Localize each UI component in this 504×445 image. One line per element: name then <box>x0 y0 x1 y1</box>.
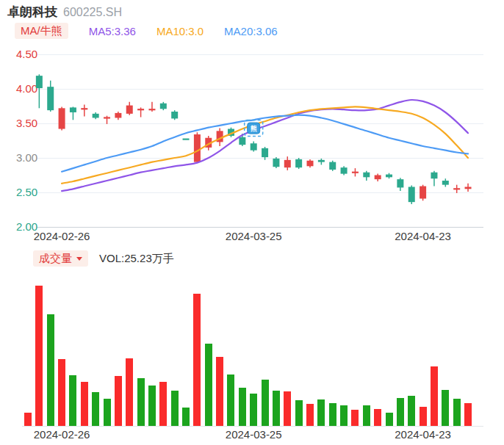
volume-bar[interactable] <box>58 359 65 426</box>
x-axis-tick: 2024-03-25 <box>226 230 282 242</box>
candle[interactable] <box>251 143 257 150</box>
volume-bar[interactable] <box>374 409 381 426</box>
x-axis-tick: 2024-03-25 <box>226 428 282 441</box>
volume-bar[interactable] <box>47 314 54 426</box>
volume-bar[interactable] <box>273 391 280 426</box>
y-axis-tick: 4.00 <box>16 82 37 95</box>
volume-bar[interactable] <box>386 413 393 426</box>
volume-bar[interactable] <box>306 404 314 426</box>
volume-bar[interactable] <box>104 399 111 426</box>
volume-bar[interactable] <box>182 408 190 426</box>
candle[interactable] <box>81 108 87 109</box>
volume-bar[interactable] <box>216 357 223 426</box>
candle[interactable] <box>273 159 279 167</box>
volume-bar[interactable] <box>351 410 359 426</box>
x-axis-tick: 2024-02-26 <box>34 428 90 441</box>
candle[interactable] <box>160 104 167 109</box>
volume-bar[interactable] <box>193 294 201 426</box>
candle[interactable] <box>47 87 54 110</box>
candle[interactable] <box>171 112 178 118</box>
marker-glyph: 熊 <box>251 125 257 132</box>
volume-bar[interactable] <box>35 286 43 426</box>
candle[interactable] <box>431 173 437 178</box>
candle[interactable] <box>262 148 268 157</box>
volume-bar[interactable] <box>81 382 88 426</box>
x-axis-tick: 2024-02-26 <box>34 230 90 242</box>
volume-bar[interactable] <box>262 380 269 426</box>
candle[interactable] <box>36 76 43 88</box>
volume-bar[interactable] <box>250 394 257 426</box>
x-axis-tick: 2024-04-23 <box>395 230 451 242</box>
candle[interactable] <box>93 114 99 118</box>
candle[interactable] <box>239 137 245 145</box>
volume-bar[interactable] <box>284 391 291 426</box>
candle[interactable] <box>318 160 325 162</box>
volume-bar[interactable] <box>115 376 122 426</box>
candle[interactable] <box>126 106 133 114</box>
volume-bar[interactable] <box>148 386 156 426</box>
volume-bar[interactable] <box>171 391 179 426</box>
candle[interactable] <box>59 108 65 129</box>
y-axis-tick: 3.50 <box>16 117 37 129</box>
volume-indicator-selector[interactable]: 成交量 <box>33 250 88 267</box>
volume-chart[interactable]: 2024-02-262024-03-252024-04-23 <box>0 272 504 445</box>
volume-bar[interactable] <box>420 407 427 426</box>
candle[interactable] <box>295 159 302 167</box>
volume-bar[interactable] <box>363 405 370 426</box>
volume-bar[interactable] <box>205 344 212 426</box>
dropdown-arrow-icon <box>76 257 82 261</box>
candle[interactable] <box>408 187 415 202</box>
candle[interactable] <box>420 187 426 199</box>
x-axis-tick: 2024-04-23 <box>395 428 451 441</box>
candle[interactable] <box>397 179 403 187</box>
volume-bar[interactable] <box>295 400 303 426</box>
volume-bar[interactable] <box>397 398 404 426</box>
volume-bar[interactable] <box>69 375 76 426</box>
candle[interactable] <box>115 113 121 118</box>
volume-bar[interactable] <box>92 392 99 426</box>
candle[interactable] <box>341 167 348 173</box>
candle[interactable] <box>307 161 314 167</box>
volume-bar[interactable] <box>227 375 234 426</box>
candle[interactable] <box>375 176 381 180</box>
candle[interactable] <box>352 172 359 173</box>
volume-bar[interactable] <box>24 413 32 426</box>
candle[interactable] <box>104 117 110 118</box>
volume-bar[interactable] <box>431 366 438 426</box>
candle[interactable] <box>137 109 144 110</box>
candle[interactable] <box>363 173 370 178</box>
candle[interactable] <box>329 162 336 170</box>
volume-bar[interactable] <box>340 405 348 426</box>
stock-chart-panel: 卓朗科技 600225.SH MA/牛熊 MA5:3.36 MA10:3.0 M… <box>0 0 504 445</box>
ma5-line <box>62 100 468 191</box>
candle[interactable] <box>70 107 76 112</box>
candle[interactable] <box>465 187 472 189</box>
candle[interactable] <box>194 134 201 162</box>
volume-bar[interactable] <box>126 358 133 426</box>
y-axis-tick: 4.50 <box>16 48 37 60</box>
candle[interactable] <box>442 181 449 185</box>
price-chart[interactable]: 4.504.003.503.002.502.00熊2024-02-262024-… <box>0 0 504 250</box>
volume-bar[interactable] <box>453 399 461 426</box>
volume-bar[interactable] <box>442 390 449 426</box>
candle[interactable] <box>284 160 291 167</box>
volume-bar[interactable] <box>159 382 167 426</box>
volume-bar[interactable] <box>329 403 336 426</box>
volume-value: VOL:25.23万手 <box>99 252 174 266</box>
candles <box>36 74 472 204</box>
volume-bar[interactable] <box>239 388 246 426</box>
candle[interactable] <box>183 139 190 140</box>
candle[interactable] <box>386 175 392 178</box>
volume-bar[interactable] <box>137 378 145 426</box>
volume-header: 成交量 VOL:25.23万手 <box>33 250 174 267</box>
y-axis-tick: 2.50 <box>16 186 37 198</box>
candle[interactable] <box>148 109 155 110</box>
candle[interactable] <box>453 188 460 189</box>
y-axis-tick: 3.00 <box>16 151 37 164</box>
volume-bar[interactable] <box>317 399 325 426</box>
volume-bar[interactable] <box>408 396 415 426</box>
volume-selector-label: 成交量 <box>39 252 72 265</box>
volume-bar[interactable] <box>464 403 472 426</box>
volume-bars <box>24 286 472 426</box>
